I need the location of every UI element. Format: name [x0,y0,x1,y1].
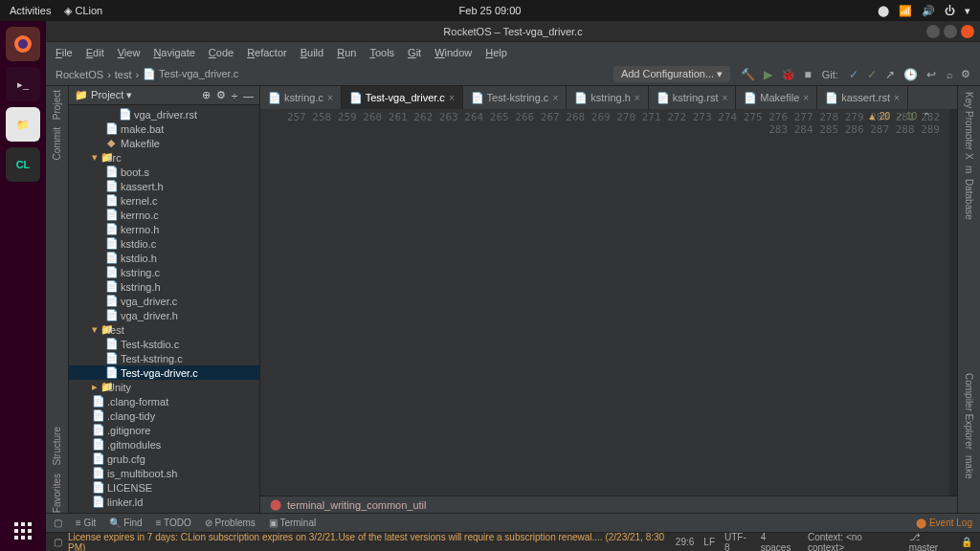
tree-item[interactable]: 📄vga_driver.rst [69,107,259,121]
app-indicator[interactable]: ◈ CLion [64,5,102,17]
tree-item[interactable]: 📄vga_driver.c [69,294,259,308]
git-history-icon[interactable]: 🕒 [903,68,918,81]
line-ending[interactable]: LF [703,537,715,547]
menu-build[interactable]: Build [301,47,323,58]
terminal-icon[interactable]: ▸_ [6,67,40,101]
menu-window[interactable]: Window [434,47,472,58]
lock-icon[interactable]: 🔒 [961,537,972,547]
menu-file[interactable]: File [56,47,73,58]
tree-item[interactable]: ◆Makefile [69,136,259,150]
tree-item[interactable]: 📄is_multiboot.sh [69,466,259,480]
close-tab-icon[interactable]: × [635,93,640,103]
close-button[interactable] [961,25,974,38]
menu-view[interactable]: View [118,47,141,58]
git-tool-tab[interactable]: ≡ Git [76,518,96,528]
menu-help[interactable]: Help [485,47,507,58]
tree-item[interactable]: 📄make.bat [69,121,259,136]
tree-item[interactable]: 📄kassert.h [69,179,259,193]
tree-item[interactable]: 📄.clang-format [69,394,259,408]
volume-icon[interactable]: 🔊 [922,5,935,17]
editor-tab[interactable]: 📄 kstring.c× [260,86,342,109]
breadcrumb[interactable]: RocketOS › test › 📄 Test-vga_driver.c [56,68,238,80]
minimize-button[interactable] [926,25,940,38]
code-editor[interactable]: terminal_write_color_util("Hello", VGA_C… [949,109,957,496]
menu-navigate[interactable]: Navigate [153,47,194,58]
git-revert-icon[interactable]: ↩ [926,68,936,81]
menu-tools[interactable]: Tools [369,47,394,58]
tree-item[interactable]: 📄kerrno.c [69,208,259,222]
tree-item[interactable]: 📄.gitignore [69,423,259,437]
commit-tool-tab[interactable]: Commit [52,127,62,160]
tree-item[interactable]: 📄kerrno.h [69,222,259,236]
tree-item[interactable]: 📄Test-vga-driver.c [69,365,259,380]
power-icon[interactable]: ⏻ [945,5,955,16]
chevron-down-icon[interactable]: ▾ [965,5,970,17]
git-branch[interactable]: ⎇ master [909,532,951,552]
close-tab-icon[interactable]: × [327,93,333,103]
status-hide-icon[interactable]: ▢ [54,537,62,547]
line-gutter[interactable]: 257 258 259 260 261 262 263 264 265 266 … [260,109,949,496]
tree-item[interactable]: 📄Test-kstdio.c [69,337,259,351]
favorites-tool-tab[interactable]: Favorites [52,474,62,513]
tray-icon[interactable]: ⬤ [878,5,889,17]
project-title[interactable]: 📁 Project ▾ [75,89,132,101]
editor-tab[interactable]: 📄 kassert.rst× [817,86,908,109]
warnings-indicator[interactable]: ▲ 20 [867,111,890,121]
chevron-icon[interactable]: ⌃ [923,111,930,121]
files-icon[interactable]: 📁 [6,107,40,142]
run-icon[interactable]: ▶ [764,68,772,81]
bottom-hide-icon[interactable]: ▢ [54,518,62,528]
project-tool-tab[interactable]: Project [52,90,62,120]
git-update-icon[interactable]: ✓ [849,68,858,81]
ok-indicator[interactable]: ✓ 10 [896,111,917,121]
structure-tool-tab[interactable]: Structure [52,427,62,466]
close-tab-icon[interactable]: × [722,93,727,103]
maximize-button[interactable] [944,25,957,38]
menu-refactor[interactable]: Refactor [247,47,287,58]
collapse-icon[interactable]: ÷ [232,90,237,101]
close-tab-icon[interactable]: × [449,93,455,103]
tree-item[interactable]: 📄grub.cfg [69,452,259,466]
tree-item[interactable]: 📄.gitmodules [69,437,259,452]
editor-tab[interactable]: 📄 Test-kstring.c× [463,86,568,109]
tree-item[interactable]: 📄kernel.c [69,193,259,208]
hide-icon[interactable]: — [243,90,254,101]
menu-git[interactable]: Git [408,47,421,58]
close-tab-icon[interactable]: × [803,93,809,103]
editor-tab[interactable]: 📄 Makefile× [736,86,817,109]
file-encoding[interactable]: UTF-8 [724,532,751,552]
network-icon[interactable]: 📶 [899,5,912,17]
find-tool-tab[interactable]: 🔍 Find [109,518,142,528]
tree-item[interactable]: ▸ 📁Unity [69,380,259,394]
menu-run[interactable]: Run [337,47,356,58]
tree-item[interactable]: 📄kstring.h [69,279,259,294]
status-message[interactable]: License expires in 7 days: CLion subscri… [68,532,676,552]
search-everywhere-icon[interactable]: ⌕ [947,69,953,80]
key-promoter-tab[interactable]: Key Promoter X [964,92,974,160]
m-tab[interactable]: m [964,165,974,173]
cmake-context[interactable]: Context: <no context> [808,532,900,552]
tree-item[interactable]: 📄kstdio.c [69,236,259,251]
tree-item[interactable]: 📄linker.ld [69,495,259,509]
add-configuration-button[interactable]: Add Configuration... ▾ [613,66,730,82]
debug-icon[interactable]: 🐞 [781,68,795,81]
todo-tool-tab[interactable]: ≡ TODO [156,518,191,528]
menu-edit[interactable]: Edit [86,47,104,58]
tree-item[interactable]: 📄boot.s [69,165,259,179]
stop-icon[interactable]: ■ [804,68,811,81]
activities-label[interactable]: Activities [10,5,51,16]
close-tab-icon[interactable]: × [552,93,558,103]
menu-code[interactable]: Code [209,47,234,58]
editor-tab[interactable]: 📄 Test-vga_driver.c× [342,86,463,109]
tree-item[interactable]: 📄kstring.c [69,265,259,279]
target-icon[interactable]: ⊕ [202,89,211,101]
settings-icon[interactable]: ⚙ [961,68,970,80]
close-tab-icon[interactable]: × [894,93,900,103]
tree-item[interactable]: ▾ 📁src [69,150,259,165]
caret-position[interactable]: 29:6 [676,537,694,547]
git-push-icon[interactable]: ↗ [885,68,895,81]
apps-grid-icon[interactable] [14,522,32,540]
database-tab[interactable]: Database [964,179,974,220]
event-log-tab[interactable]: ⬤ Event Log [916,518,972,528]
tree-item[interactable]: 📄kstdio.h [69,251,259,265]
